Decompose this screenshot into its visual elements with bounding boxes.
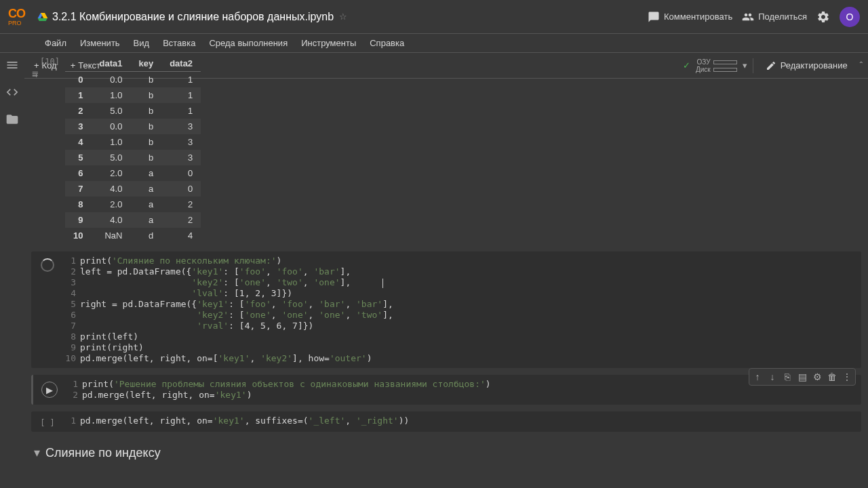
share-button[interactable]: Поделиться [742, 11, 807, 23]
menu-file[interactable]: Файл [39, 35, 72, 51]
code-snippets-icon[interactable] [5, 85, 19, 99]
table-header: key [130, 56, 161, 72]
running-spinner-icon[interactable] [41, 258, 54, 272]
logo: CO PRO [8, 7, 25, 26]
cell-settings-icon[interactable]: ⚙ [810, 370, 824, 384]
table-row: 82.0a2 [65, 197, 201, 212]
move-up-icon[interactable]: ↑ [751, 370, 764, 384]
menu-view[interactable]: Вид [128, 35, 155, 51]
header-bar: CO PRO 3.2.1 Комбинирование и слияние на… [0, 0, 868, 34]
sidebar [0, 53, 24, 488]
cell-toolbar: ↑ ↓ ⎘ ▤ ⚙ 🗑 ⋮ [749, 368, 856, 386]
clear-output-icon[interactable] [31, 70, 60, 80]
more-icon[interactable]: ⋮ [840, 370, 854, 384]
table-row: 55.0b3 [65, 150, 201, 165]
toc-icon[interactable] [5, 58, 19, 72]
code-cell-1[interactable]: 1print('Слияние по нескольким ключам:') … [31, 251, 861, 368]
table-row: 94.0a2 [65, 212, 201, 228]
move-down-icon[interactable]: ↓ [766, 370, 779, 384]
table-header [65, 56, 91, 72]
table-row: 25.0b1 [65, 103, 201, 119]
notebook-area: [10] data1keydata200.0b111.0b125.0b130.0… [24, 53, 868, 488]
comment-button[interactable]: Комментировать [648, 11, 732, 23]
menu-runtime[interactable]: Среда выполнения [203, 35, 293, 51]
output-cell: [10] data1keydata200.0b111.0b125.0b130.0… [31, 56, 861, 243]
delete-cell-icon[interactable]: 🗑 [825, 370, 839, 384]
menu-help[interactable]: Справка [364, 35, 410, 51]
table-row: 30.0b3 [65, 119, 201, 134]
table-row: 11.0b1 [65, 87, 201, 103]
collapse-section-icon[interactable]: ▾ [34, 445, 40, 460]
menu-tools[interactable]: Инструменты [296, 35, 361, 51]
avatar[interactable]: O [840, 7, 860, 27]
table-header: data2 [161, 56, 201, 72]
files-icon[interactable] [5, 113, 19, 126]
run-button[interactable]: ▶ [41, 382, 58, 398]
table-row: 00.0b1 [65, 72, 201, 88]
table-row: 10NaNd4 [65, 228, 201, 243]
drive-icon [37, 12, 48, 22]
menu-bar: Файл Изменить Вид Вставка Среда выполнен… [0, 34, 868, 53]
settings-icon[interactable] [816, 10, 830, 24]
comment-cell-icon[interactable]: ▤ [795, 370, 809, 384]
table-row: 74.0a0 [65, 181, 201, 197]
table-row: 41.0b3 [65, 134, 201, 150]
table-row: 62.0a0 [65, 165, 201, 181]
menu-edit[interactable]: Изменить [75, 35, 125, 51]
cell-prompt: [ ] [40, 418, 55, 428]
notebook-title[interactable]: 3.2.1 Комбинирование и слияние наборов д… [52, 11, 334, 23]
table-header: data1 [91, 56, 130, 72]
code-editor[interactable]: 1print('Слияние по нескольким ключам:') … [64, 256, 861, 364]
dataframe-table: data1keydata200.0b111.0b125.0b130.0b341.… [65, 56, 201, 243]
code-editor[interactable]: 1print('Решение проблемы слияния объекто… [66, 379, 861, 401]
menu-insert[interactable]: Вставка [157, 35, 201, 51]
code-editor[interactable]: 1pd.merge(left, right, on='key1', suffix… [64, 415, 861, 428]
section-header[interactable]: ▾ Слияние по индексу [31, 439, 861, 467]
link-icon[interactable]: ⎘ [781, 370, 794, 384]
star-icon[interactable]: ☆ [339, 12, 347, 22]
code-cell-3[interactable]: [ ] 1pd.merge(left, right, on='key1', su… [31, 411, 861, 432]
code-cell-2[interactable]: ↑ ↓ ⎘ ▤ ⚙ 🗑 ⋮ ▶ 1print('Решение проблемы… [31, 375, 861, 405]
output-prompt: [10] [31, 57, 60, 66]
